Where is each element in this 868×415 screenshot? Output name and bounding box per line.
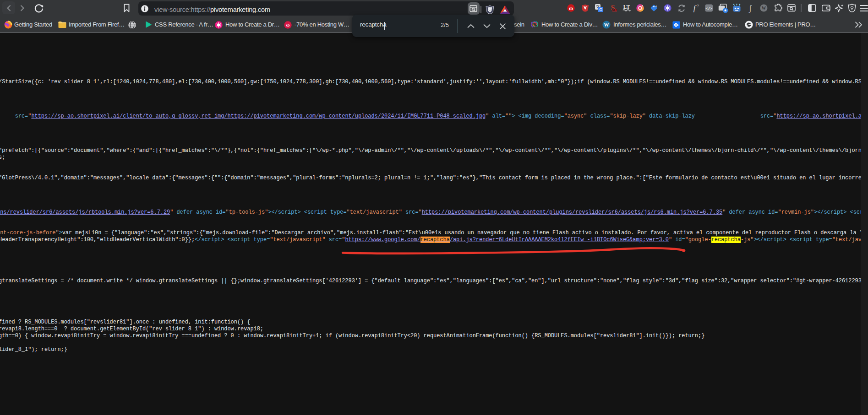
svg-text:G: G xyxy=(599,7,602,12)
svg-text:W: W xyxy=(604,22,609,27)
svg-text:W: W xyxy=(762,6,766,11)
svg-text:f: f xyxy=(693,4,697,12)
svg-text:ω: ω xyxy=(286,22,289,27)
svg-text:LT: LT xyxy=(623,4,630,10)
svg-text:</>: </> xyxy=(706,6,713,11)
svg-text:ʃ: ʃ xyxy=(748,4,752,13)
svg-text:ω: ω xyxy=(569,5,573,11)
svg-text:SEO: SEO xyxy=(612,9,617,11)
svg-text:?: ? xyxy=(697,4,699,8)
